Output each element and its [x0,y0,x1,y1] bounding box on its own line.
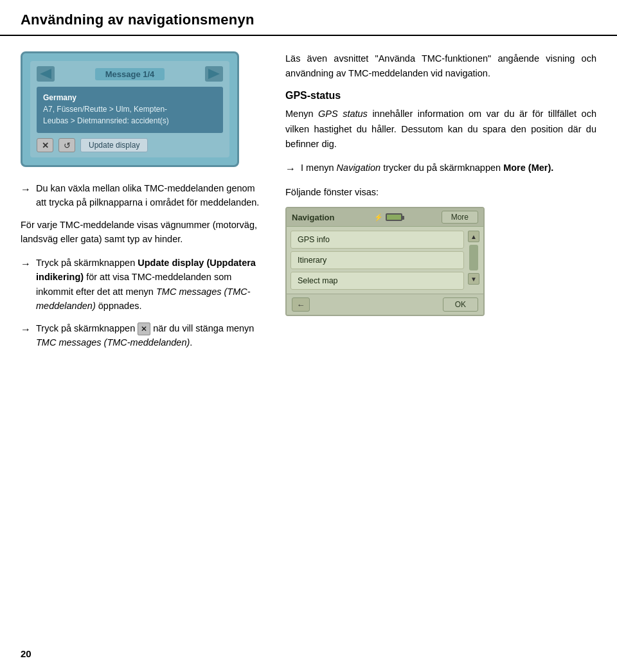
right-gps-paragraph: Menyn GPS status innehåller information … [285,107,596,152]
arrow-icon-3: → [21,322,31,338]
page-number: 20 [21,648,31,659]
nav-menu-item-select-map[interactable]: Select map [291,272,464,290]
tmc-device-screenshot: Message 1/4 Germany A7, Füssen/Reutte > … [21,51,239,167]
tmc-info-line-3: Leubas > Dietmannsried: accident(s) [43,115,217,127]
page-title: Användning av navigationsmenyn [21,12,596,28]
tmc-prev-button[interactable] [37,66,55,82]
nav-scroll-down-button[interactable]: ▼ [468,273,479,285]
left-bullet-2: → Tryck på skärmknappen Update display (… [21,256,265,314]
tmc-refresh-button[interactable]: ↺ [58,138,75,152]
right-following-text: Följande fönster visas: [285,185,596,199]
right-bullet-1: → I menyn Navigation trycker du på skärm… [285,161,596,177]
tmc-info-box: Germany A7, Füssen/Reutte > Ulm, Kempten… [37,87,223,133]
arrow-icon-right-1: → [285,161,296,177]
gps-status-heading: GPS-status [285,90,596,102]
nav-back-button[interactable]: ← [292,297,310,312]
nav-menu-list: GPS info Itinerary Select map [291,231,464,290]
nav-ok-button[interactable]: OK [443,297,478,312]
nav-battery-area: ⚡ [374,213,402,222]
gps-para-1: Menyn GPS status innehåller information … [285,107,596,152]
nav-menu-item-itinerary[interactable]: Itinerary [291,251,464,269]
tmc-message-label: Message 1/4 [95,68,165,80]
right-bullet-1-text: I menyn Navigation trycker du på skärmkn… [301,161,596,175]
nav-scrollbar: ▲ ▼ [468,231,479,290]
close-btn-inline: ✕ [138,323,150,336]
tmc-close-button[interactable]: ✕ [37,138,53,152]
left-bullet-3: → Tryck på skärmknappen ✕ när du vill st… [21,321,265,350]
nav-title-bar: Navigation ⚡ More [287,208,483,227]
left-column: Message 1/4 Germany A7, Füssen/Reutte > … [21,51,265,358]
nav-menu-item-gps-info[interactable]: GPS info [291,231,464,249]
tmc-next-arrow-icon [208,69,220,79]
left-bullet-1-text: Du kan växla mellan olika TMC-meddelande… [36,181,265,210]
left-bullet-2-text: Tryck på skärmknappen Update display (Up… [36,256,265,314]
nav-body: GPS info Itinerary Select map ▲ ▼ [287,227,483,294]
tmc-info-line-2: A7, Füssen/Reutte > Ulm, Kempten- [43,103,217,115]
nav-scroll-up-button[interactable]: ▲ [468,231,479,242]
nav-title-text: Navigation [292,213,334,222]
tmc-screen: Message 1/4 Germany A7, Füssen/Reutte > … [30,61,229,157]
arrow-icon-1: → [21,182,31,198]
tmc-nav-bar: Message 1/4 [37,66,223,82]
nav-scroll-thumb [469,245,478,270]
tmc-update-display-button[interactable]: Update display [80,138,148,152]
arrow-icon-2: → [21,256,31,272]
battery-bolt-icon: ⚡ [374,213,383,222]
nav-footer: ← OK [287,294,483,315]
right-intro-paragraph: Läs även avsnittet "Använda TMC-funktion… [285,51,596,81]
main-content: Message 1/4 Germany A7, Füssen/Reutte > … [0,36,617,358]
left-bullet-1: → Du kan växla mellan olika TMC-meddelan… [21,181,265,210]
nav-screenshot: Navigation ⚡ More GPS info Itinerary Sel… [285,207,485,316]
right-intro-text: Läs även avsnittet "Använda TMC-funktion… [285,51,596,81]
left-bullet-3-text: Tryck på skärmknappen ✕ när du vill stän… [36,321,265,350]
left-paragraph-1: För varje TMC-meddelande visas vägnummer… [21,218,265,247]
page-header: Användning av navigationsmenyn [0,0,617,36]
right-column: Läs även avsnittet "Använda TMC-funktion… [285,51,596,316]
nav-more-button[interactable]: More [442,211,478,224]
battery-icon [386,213,402,221]
tmc-info-line-1: Germany [43,92,217,103]
tmc-prev-arrow-icon [40,69,51,79]
tmc-next-button[interactable] [205,66,223,82]
tmc-bottom-bar: ✕ ↺ Update display [37,138,223,152]
